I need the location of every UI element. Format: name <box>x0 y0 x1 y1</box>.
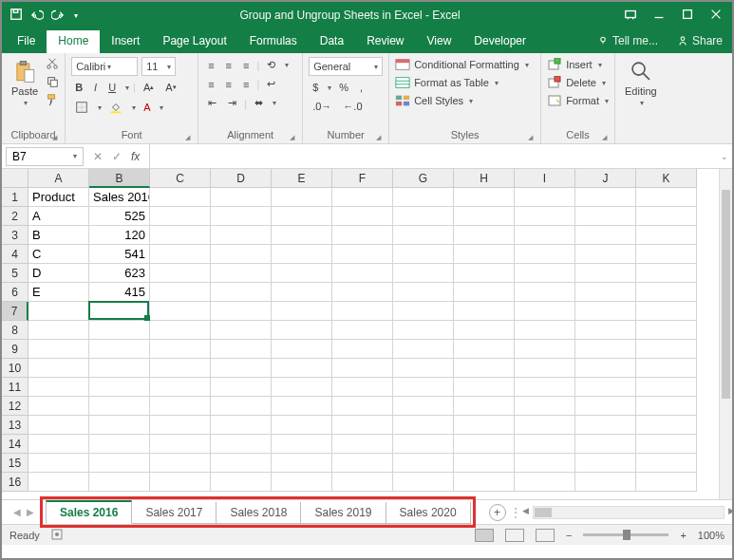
conditional-formatting[interactable]: Conditional Formatting▾ <box>395 57 529 72</box>
cell[interactable]: B <box>28 226 89 245</box>
cell[interactable] <box>515 321 575 340</box>
tab-insert[interactable]: Insert <box>100 30 151 53</box>
cell[interactable] <box>454 473 515 492</box>
cell[interactable]: D <box>28 264 89 283</box>
cell[interactable] <box>332 226 393 245</box>
new-sheet-button[interactable]: + <box>489 504 506 521</box>
underline-button[interactable]: U <box>104 80 120 95</box>
cell[interactable] <box>89 416 150 435</box>
cell[interactable] <box>211 302 272 321</box>
cell[interactable] <box>211 416 272 435</box>
tab-formulas[interactable]: Formulas <box>238 30 309 53</box>
cell[interactable] <box>454 226 515 245</box>
tab-review[interactable]: Review <box>355 30 415 53</box>
row-header[interactable]: 4 <box>2 245 28 264</box>
cell[interactable] <box>575 207 636 226</box>
cell[interactable] <box>393 454 454 473</box>
format-painter-icon[interactable] <box>46 93 59 108</box>
cell[interactable]: Sales 2016 <box>89 188 150 207</box>
cell[interactable] <box>515 226 575 245</box>
format-as-table[interactable]: Format as Table▾ <box>395 75 499 90</box>
cell[interactable] <box>332 435 393 454</box>
cell[interactable]: C <box>28 245 89 264</box>
cell[interactable] <box>150 454 211 473</box>
format-cells[interactable]: Format▾ <box>547 93 609 108</box>
align-bottom-icon[interactable]: ≡ <box>239 58 253 73</box>
row-header[interactable]: 7 <box>2 302 28 321</box>
cell[interactable] <box>28 435 89 454</box>
save-icon[interactable] <box>9 8 23 24</box>
cell[interactable] <box>272 226 332 245</box>
cancel-formula-icon[interactable]: ✕ <box>93 150 103 163</box>
grow-font-icon[interactable]: A▴ <box>140 80 158 95</box>
cell[interactable] <box>332 245 393 264</box>
row-header[interactable]: 12 <box>2 397 28 416</box>
cell[interactable] <box>515 397 575 416</box>
increase-indent-icon[interactable]: ⇥ <box>224 95 240 111</box>
cell[interactable] <box>515 473 575 492</box>
cell[interactable] <box>272 188 332 207</box>
cell[interactable] <box>575 283 636 302</box>
decrease-decimal-icon[interactable]: ←.0 <box>339 99 366 114</box>
column-header[interactable]: A <box>28 169 89 188</box>
cell[interactable] <box>150 378 211 397</box>
cell[interactable] <box>393 340 454 359</box>
find-select[interactable]: Editing ▾ <box>621 57 661 109</box>
cell[interactable] <box>454 245 515 264</box>
row-header[interactable]: 9 <box>2 340 28 359</box>
cell[interactable] <box>515 245 575 264</box>
cell[interactable] <box>575 378 636 397</box>
cell[interactable] <box>28 397 89 416</box>
macro-record-icon[interactable] <box>51 529 63 542</box>
cell[interactable] <box>454 207 515 226</box>
cell[interactable] <box>89 378 150 397</box>
cell[interactable] <box>272 321 332 340</box>
cell[interactable] <box>272 207 332 226</box>
cell[interactable] <box>211 378 272 397</box>
cell[interactable] <box>454 435 515 454</box>
delete-cells[interactable]: Delete▾ <box>547 75 606 90</box>
tab-home[interactable]: Home <box>47 30 100 53</box>
normal-view-icon[interactable] <box>475 529 494 542</box>
cell[interactable] <box>575 454 636 473</box>
align-left-icon[interactable]: ≡ <box>204 77 217 92</box>
cell[interactable] <box>28 359 89 378</box>
column-header[interactable]: H <box>454 169 515 188</box>
cell[interactable] <box>150 397 211 416</box>
tab-file[interactable]: File <box>6 30 47 53</box>
cell[interactable] <box>636 378 697 397</box>
enter-formula-icon[interactable]: ✓ <box>112 150 122 163</box>
cell[interactable] <box>515 416 575 435</box>
row-header[interactable]: 10 <box>2 359 28 378</box>
borders-icon[interactable] <box>71 99 92 116</box>
cell[interactable] <box>332 264 393 283</box>
fill-color-icon[interactable] <box>105 99 126 116</box>
sheet-tab[interactable]: Sales 2018 <box>216 502 301 524</box>
sheet-nav-prev-icon[interactable]: ◀ <box>13 507 21 517</box>
cell[interactable] <box>272 473 332 492</box>
column-header[interactable]: J <box>575 169 636 188</box>
cell[interactable] <box>454 416 515 435</box>
cell[interactable] <box>454 283 515 302</box>
cell[interactable] <box>150 283 211 302</box>
cell[interactable] <box>89 340 150 359</box>
close-icon[interactable] <box>709 8 723 24</box>
bold-button[interactable]: B <box>71 80 86 95</box>
select-all-corner[interactable] <box>2 169 28 188</box>
cell[interactable] <box>28 321 89 340</box>
cell[interactable] <box>211 283 272 302</box>
cell[interactable] <box>454 397 515 416</box>
cell[interactable] <box>272 435 332 454</box>
maximize-icon[interactable] <box>681 8 694 24</box>
row-header[interactable]: 6 <box>2 283 28 302</box>
cell[interactable] <box>89 454 150 473</box>
cell-styles[interactable]: Cell Styles▾ <box>395 93 473 108</box>
cell[interactable] <box>211 397 272 416</box>
cell[interactable] <box>393 226 454 245</box>
cell[interactable]: 120 <box>89 226 150 245</box>
cell[interactable] <box>28 416 89 435</box>
cell[interactable] <box>332 454 393 473</box>
cell[interactable] <box>89 397 150 416</box>
cell[interactable] <box>636 226 697 245</box>
cell[interactable] <box>575 340 636 359</box>
